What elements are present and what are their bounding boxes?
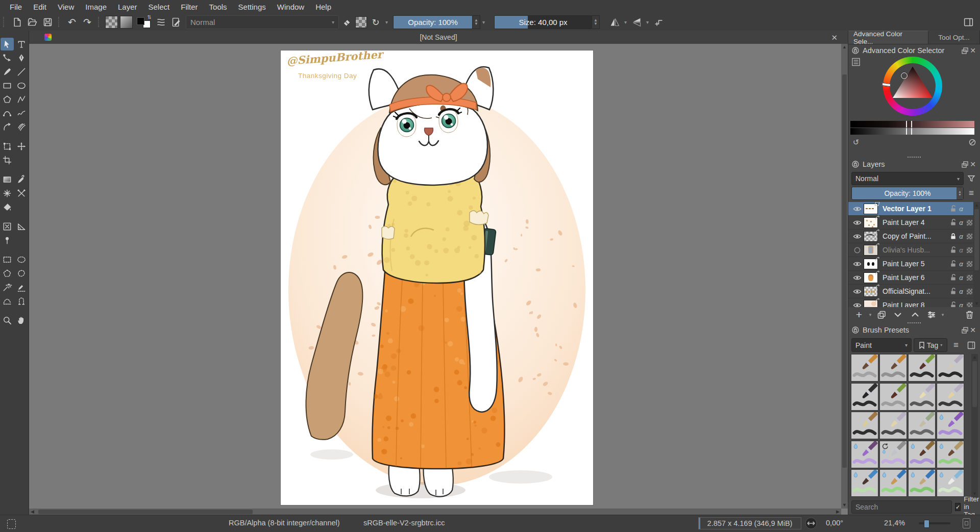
docker-lock-icon[interactable] (851, 160, 860, 168)
brush-preset-15[interactable] (908, 441, 936, 468)
tool-line[interactable] (15, 65, 28, 78)
chevron-down-icon[interactable]: ▾ (624, 19, 627, 25)
selection-indicator-icon[interactable] (7, 519, 16, 529)
drawing-canvas[interactable]: @SimpuBrother Thanksgiving Day (281, 50, 593, 505)
inherit-alpha-icon[interactable] (965, 275, 973, 281)
alpha-lock-icon[interactable]: α (957, 288, 965, 295)
brush-preset-14[interactable] (879, 441, 907, 468)
layer-visibility-icon[interactable] (850, 246, 864, 254)
layer-visibility-icon[interactable] (850, 302, 864, 308)
chevron-down-icon[interactable]: ▾ (385, 19, 388, 25)
layer-visibility-icon[interactable] (850, 288, 864, 295)
tool-move[interactable] (15, 140, 28, 153)
inherit-alpha-icon[interactable] (965, 302, 973, 308)
brush-preset-20[interactable] (937, 469, 964, 497)
swap-colors-icon[interactable]: ⇅ (148, 14, 152, 20)
brush-preset-2[interactable] (879, 354, 907, 382)
undo-button[interactable]: ↶ (64, 15, 80, 29)
tool-rectangular-select[interactable] (1, 253, 14, 266)
value-gradient-bar[interactable] (850, 128, 974, 135)
saturation-value-triangle[interactable] (890, 63, 936, 109)
brush-grid-scrollbar[interactable]: ▲ ▼ (971, 354, 978, 497)
brush-preset-8[interactable] (937, 383, 964, 411)
brush-preset-9[interactable] (851, 412, 878, 439)
alpha-lock-icon[interactable]: α (957, 246, 965, 254)
layer-lock-icon[interactable] (949, 219, 957, 226)
tool-bezier-curve[interactable] (1, 107, 14, 119)
tool-dynamic-brush[interactable] (1, 120, 14, 133)
brush-preset-17[interactable] (851, 469, 878, 497)
mirror-horizontal-button[interactable] (607, 15, 622, 29)
zoom-level-value[interactable]: 21,4% (884, 519, 905, 527)
layer-row-2[interactable]: Paint Layer 4α (848, 216, 980, 230)
zoom-fit-icon[interactable] (963, 518, 970, 528)
duplicate-layer-button[interactable] (875, 309, 888, 320)
properties-dropdown-icon[interactable]: ▾ (940, 309, 945, 320)
tool-text[interactable] (15, 38, 28, 50)
alpha-lock-icon[interactable]: α (957, 205, 965, 213)
preserve-alpha-button[interactable] (355, 16, 367, 28)
inherit-alpha-icon[interactable] (965, 261, 973, 267)
tool-freehand-select[interactable] (15, 267, 28, 280)
float-docker-icon[interactable] (961, 326, 969, 334)
search-input[interactable] (851, 500, 952, 514)
canvas-viewport[interactable]: @SimpuBrother Thanksgiving Day (29, 44, 841, 509)
tool-colorize-mask[interactable] (15, 187, 28, 199)
menu-tools[interactable]: Tools (204, 2, 233, 12)
tool-zoom[interactable] (1, 314, 14, 326)
gradient-chooser[interactable] (120, 16, 133, 29)
docker-lock-icon[interactable] (851, 46, 860, 55)
brush-preset-16[interactable] (937, 441, 964, 468)
tool-transform[interactable] (1, 140, 14, 153)
alpha-lock-icon[interactable]: α (957, 274, 965, 282)
pattern-chooser[interactable] (105, 16, 118, 29)
toolbar-grip[interactable] (58, 17, 62, 27)
inherit-alpha-icon[interactable] (965, 289, 973, 294)
tool-fill[interactable] (1, 200, 14, 213)
close-docker-icon[interactable]: ✕ (969, 160, 977, 168)
tool-freehand-path[interactable] (15, 107, 28, 119)
layer-lock-icon[interactable] (949, 260, 957, 267)
brush-preset-19[interactable] (908, 469, 936, 497)
presets-display-mode-icon[interactable]: ≡ (950, 340, 962, 350)
tool-rectangle[interactable] (1, 79, 14, 92)
tool-opaque-select[interactable] (15, 281, 28, 293)
layer-opacity-slider[interactable]: Opacity: 100% ▲▼ (851, 187, 964, 200)
layer-row-5[interactable]: Paint Layer 5α (848, 257, 980, 271)
layer-opacity-spinner[interactable]: ▲▼ (957, 187, 963, 199)
brush-preset-3[interactable] (908, 354, 936, 382)
add-layer-button[interactable]: + (852, 309, 866, 320)
layer-lock-icon[interactable] (949, 205, 957, 212)
edit-brush-settings-button[interactable] (168, 15, 184, 29)
alpha-lock-icon[interactable]: α (957, 219, 965, 226)
zoom-slider[interactable] (919, 522, 950, 524)
float-docker-icon[interactable] (961, 46, 969, 55)
add-layer-dropdown-icon[interactable]: ▾ (868, 309, 873, 320)
choose-workspace-button[interactable] (961, 15, 976, 29)
tool-elliptical-select[interactable] (15, 253, 28, 266)
close-docker-icon[interactable]: ✕ (969, 326, 977, 334)
inherit-alpha-icon[interactable] (965, 234, 973, 239)
tool-polygonal-select[interactable] (1, 267, 14, 280)
image-size-memory[interactable]: 2.857 x 4.169 (346,9 MiB) (698, 517, 801, 529)
brush-preset-10[interactable] (879, 412, 907, 439)
scroll-up-icon[interactable]: ▲ (841, 44, 848, 50)
toolbar-grip[interactable] (3, 17, 7, 27)
close-docker-icon[interactable]: ✕ (969, 46, 977, 55)
menu-view[interactable]: View (52, 2, 80, 12)
layer-filter-icon[interactable] (966, 174, 977, 183)
menu-file[interactable]: File (4, 2, 28, 12)
layer-lock-icon[interactable] (949, 301, 957, 307)
tool-reference-images[interactable] (1, 234, 14, 246)
layer-options-icon[interactable]: ≡ (966, 188, 977, 198)
pointer-mode-icon[interactable] (804, 517, 818, 530)
tool-calligraphy[interactable] (15, 52, 28, 64)
layer-blending-mode-dropdown[interactable]: Normal ▾ (851, 172, 964, 185)
close-icon[interactable]: ✕ (828, 32, 841, 43)
docker-lock-icon[interactable] (851, 326, 860, 334)
open-document-button[interactable] (24, 15, 40, 29)
layer-visibility-icon[interactable] (850, 219, 864, 226)
move-layer-up-button[interactable] (908, 309, 923, 320)
tab-advanced-color-selector[interactable]: Advanced Color Sele... (848, 31, 928, 44)
tool-gradient[interactable] (1, 173, 14, 186)
